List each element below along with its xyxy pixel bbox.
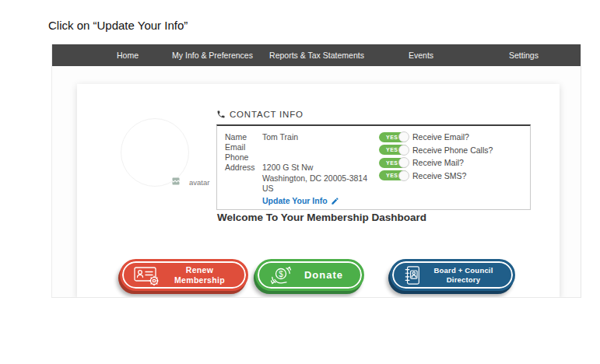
donate-button[interactable]: $ Donate (255, 259, 364, 291)
pref-row-mail: YES Receive Mail? (379, 156, 493, 170)
toggle-receive-phone-calls[interactable]: YES (379, 145, 409, 155)
pref-row-sms: YES Receive SMS? (379, 170, 493, 183)
dashboard-card: avatar CONTACT INFO Name Tom Train Email… (77, 84, 560, 298)
pencil-icon (331, 197, 339, 205)
toggle-state-label: YES (386, 159, 398, 167)
nav-item-home[interactable]: Home (117, 44, 139, 66)
nav-item-my-info[interactable]: My Info & Preferences (172, 44, 253, 66)
toggle-knob (398, 131, 409, 142)
broken-image-icon (171, 177, 181, 186)
svg-text:$: $ (279, 269, 283, 278)
field-value-address-line2: Washington, DC 20005-3814 (262, 173, 367, 183)
nav-item-reports[interactable]: Reports & Tax Statements (269, 44, 364, 66)
pref-label-sms: Receive SMS? (412, 171, 466, 180)
nav-item-settings[interactable]: Settings (509, 44, 539, 66)
instruction-text: Click on “Update Your Info” (48, 19, 188, 32)
field-value-address-line3: US (262, 184, 274, 193)
toggle-knob (398, 170, 409, 181)
toggle-knob (398, 157, 409, 168)
membership-dashboard-screenshot: Home My Info & Preferences Reports & Tax… (51, 44, 581, 298)
field-value-name: Tom Train (262, 132, 298, 142)
pref-row-phone-calls: YES Receive Phone Calls? (379, 144, 493, 157)
contact-info-title: CONTACT INFO (230, 110, 304, 119)
update-link-label: Update Your Info (262, 196, 328, 205)
pref-label-mail: Receive Mail? (412, 158, 464, 167)
toggle-state-label: YES (386, 171, 398, 180)
pref-label-email: Receive Email? (412, 132, 469, 142)
pref-row-email: YES Receive Email? (379, 131, 493, 144)
renew-membership-label: Renew Membership (161, 265, 246, 285)
renew-label-line1: Renew (161, 265, 238, 275)
avatar: avatar (121, 118, 189, 187)
communication-preferences: YES Receive Email? YES Receive Phone Cal… (379, 131, 493, 182)
toggle-receive-sms[interactable]: YES (379, 170, 409, 180)
field-label-phone: Phone (225, 152, 248, 162)
contact-info-header: CONTACT INFO (216, 110, 304, 119)
update-your-info-link[interactable]: Update Your Info (262, 196, 339, 205)
board-label-line1: Board + Council Directory (433, 266, 493, 283)
toggle-receive-mail[interactable]: YES (379, 158, 409, 168)
pref-label-phone-calls: Receive Phone Calls? (412, 145, 493, 155)
toggle-knob (398, 145, 409, 156)
board-council-directory-button[interactable]: Board + Council Directory (390, 259, 515, 291)
donate-hand-money-icon: $ (268, 264, 293, 287)
donate-label-line1: Donate (304, 269, 343, 281)
toggle-state-label: YES (386, 133, 398, 142)
main-navbar: Home My Info & Preferences Reports & Tax… (52, 44, 581, 66)
field-label-email: Email (225, 142, 245, 152)
renew-membership-button[interactable]: Renew Membership (120, 259, 248, 291)
nav-item-events[interactable]: Events (409, 44, 433, 66)
field-value-address-line1: 1200 G St Nw (262, 163, 313, 172)
field-label-address: Address (225, 163, 255, 172)
renew-label-line2: Membership (161, 275, 238, 285)
toggle-receive-email[interactable]: YES (379, 132, 409, 142)
phone-icon (216, 110, 226, 119)
membership-card-icon (133, 264, 161, 286)
avatar-alt-text: avatar (189, 178, 209, 187)
directory-book-icon (403, 264, 422, 286)
board-council-label: Board + Council Directory (422, 266, 513, 284)
welcome-heading: Welcome To Your Membership Dashboard (217, 212, 426, 223)
field-label-name: Name (225, 132, 247, 142)
toggle-state-label: YES (386, 145, 398, 154)
donate-label: Donate (293, 269, 362, 282)
contact-info-box: Name Tom Train Email Phone Address 1200 … (216, 124, 531, 210)
